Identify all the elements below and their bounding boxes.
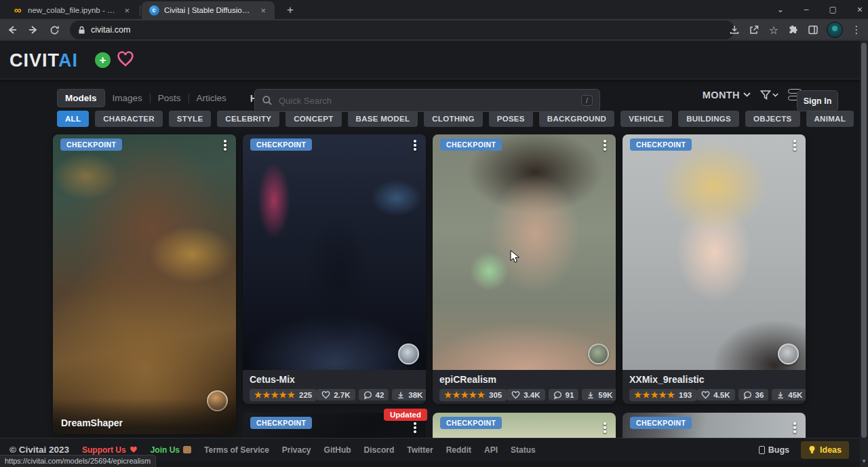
scrollbar-thumb[interactable] xyxy=(861,43,867,438)
comments-pill[interactable]: 42 xyxy=(359,389,389,400)
tab-close-icon[interactable]: × xyxy=(122,5,132,16)
category-background[interactable]: BACKGROUND xyxy=(539,111,614,127)
likes-pill[interactable]: 2.7K xyxy=(317,389,355,400)
bugs-link[interactable]: Bugs xyxy=(759,445,789,455)
card-menu-icon[interactable] xyxy=(601,140,609,151)
browser-menu-icon[interactable]: ⋮ xyxy=(850,24,863,36)
tab-colab[interactable]: ∞ new_colab_file.ipynb - Colaborat × xyxy=(5,1,138,19)
favorites-heart-icon[interactable] xyxy=(117,51,134,70)
card-menu-icon[interactable] xyxy=(221,140,229,151)
creator-avatar[interactable] xyxy=(588,343,609,365)
search-input[interactable] xyxy=(279,96,575,106)
tab-civitai[interactable]: c Civitai | Stable Diffusion models, × xyxy=(142,1,275,19)
card-menu-icon[interactable] xyxy=(411,140,419,151)
comments-pill[interactable]: 91 xyxy=(549,389,579,400)
category-all[interactable]: ALL xyxy=(57,111,89,127)
rating-pill[interactable]: ★★★★★ 305 xyxy=(439,389,507,401)
category-animal[interactable]: ANIMAL xyxy=(806,111,854,127)
model-card-dreamshaper[interactable]: CHECKPOINT DreamShaper xyxy=(53,134,236,434)
category-character[interactable]: CHARACTER xyxy=(95,111,163,127)
quick-search-box[interactable]: / xyxy=(254,89,600,112)
page-scrollbar[interactable]: ▾ xyxy=(860,41,868,467)
support-us-link[interactable]: Support Us xyxy=(82,445,138,455)
heart-icon xyxy=(321,391,330,399)
scrollbar-down-icon[interactable]: ▾ xyxy=(860,457,868,464)
category-base-model[interactable]: BASE MODEL xyxy=(348,111,418,127)
tab-close-icon[interactable]: × xyxy=(258,5,268,16)
model-card-cetus-mix[interactable]: CHECKPOINT Cetus-Mix ★★★★★ 225 2.7K xyxy=(243,134,426,404)
footer-link-status[interactable]: Status xyxy=(511,445,536,455)
filter-button[interactable] xyxy=(760,90,778,100)
updated-badge: Updated xyxy=(384,409,427,421)
reload-icon[interactable] xyxy=(45,21,63,39)
share-icon[interactable] xyxy=(748,24,760,36)
side-panel-icon[interactable] xyxy=(807,24,819,36)
tab-models[interactable]: Models xyxy=(57,89,105,107)
sign-in-button[interactable]: Sign In xyxy=(797,90,838,111)
window-close-button[interactable]: × xyxy=(857,4,863,15)
rating-pill[interactable]: ★★★★★ 225 xyxy=(250,389,317,401)
category-objects[interactable]: OBJECTS xyxy=(745,111,800,127)
period-dropdown[interactable]: MONTH xyxy=(703,90,751,100)
tab-images[interactable]: Images xyxy=(105,90,150,107)
tab-search-icon[interactable]: ⌄ xyxy=(777,5,784,14)
extensions-puzzle-icon[interactable] xyxy=(787,24,800,36)
category-poses[interactable]: POSES xyxy=(489,111,533,127)
downloads-count: 59K xyxy=(598,391,612,399)
card-menu-icon[interactable] xyxy=(791,422,799,433)
browser-profile-avatar[interactable] xyxy=(827,22,843,38)
tab-articles[interactable]: Articles xyxy=(189,90,234,107)
search-shortcut-key: / xyxy=(581,95,593,106)
downloads-count: 45K xyxy=(788,391,802,399)
civitai-logo[interactable]: CIVITAI xyxy=(9,50,78,71)
copyright-text: © Civitai 2023 xyxy=(9,445,69,455)
category-style[interactable]: STYLE xyxy=(169,111,212,127)
card-menu-icon[interactable] xyxy=(411,422,419,433)
civitai-favicon: c xyxy=(149,5,159,16)
footer-link-discord[interactable]: Discord xyxy=(364,445,395,455)
window-maximize-button[interactable]: ▢ xyxy=(829,5,836,14)
footer-link-terms[interactable]: Terms of Service xyxy=(204,445,269,455)
category-buildings[interactable]: BUILDINGS xyxy=(678,111,739,127)
new-tab-button[interactable]: + xyxy=(283,3,298,19)
forward-icon[interactable] xyxy=(24,21,42,39)
footer-link-github[interactable]: GitHub xyxy=(324,445,351,455)
star-rating-icon: ★★★★★ xyxy=(254,391,296,400)
category-celebrity[interactable]: CELEBRITY xyxy=(217,111,279,127)
rating-count: 193 xyxy=(679,391,692,399)
creator-avatar[interactable] xyxy=(778,343,799,365)
downloads-pill[interactable]: 38K xyxy=(392,389,426,400)
comments-count: 91 xyxy=(566,391,574,399)
download-page-icon[interactable] xyxy=(728,24,741,36)
comments-pill[interactable]: 36 xyxy=(738,389,769,400)
card-menu-icon[interactable] xyxy=(601,422,609,433)
model-image: CHECKPOINT xyxy=(623,134,806,370)
rating-pill[interactable]: ★★★★★ 193 xyxy=(629,389,696,401)
tab-separator xyxy=(140,5,140,16)
likes-pill[interactable]: 4.5K xyxy=(696,389,734,400)
model-card-epicrealism[interactable]: CHECKPOINT epiCRealism ★★★★★ 305 3.4K xyxy=(433,134,616,404)
card-menu-icon[interactable] xyxy=(791,140,799,151)
ideas-button[interactable]: Ideas xyxy=(801,441,849,459)
create-plus-icon[interactable]: + xyxy=(95,52,111,68)
address-bar[interactable]: civitai.com xyxy=(70,20,734,39)
tab-posts[interactable]: Posts xyxy=(151,90,189,107)
back-icon[interactable] xyxy=(3,21,21,39)
footer-link-privacy[interactable]: Privacy xyxy=(282,445,311,455)
window-minimize-button[interactable]: – xyxy=(804,5,809,14)
downloads-pill[interactable]: 59K xyxy=(582,389,616,400)
footer-link-twitter[interactable]: Twitter xyxy=(407,445,433,455)
model-card-xxmix-9realistic[interactable]: CHECKPOINT XXMix_9realistic ★★★★★ 193 4.… xyxy=(623,134,806,404)
likes-pill[interactable]: 3.4K xyxy=(507,389,545,400)
model-title: DreamShaper xyxy=(53,398,236,434)
footer-link-api[interactable]: API xyxy=(484,445,498,455)
category-clothing[interactable]: CLOTHING xyxy=(424,111,482,127)
downloads-pill[interactable]: 45K xyxy=(772,389,806,400)
join-us-link[interactable]: Join Us xyxy=(151,445,191,455)
footer-link-reddit[interactable]: Reddit xyxy=(446,445,471,455)
downloads-count: 38K xyxy=(408,391,422,399)
category-vehicle[interactable]: VEHICLE xyxy=(620,111,672,127)
bookmark-star-icon[interactable]: ☆ xyxy=(768,24,780,36)
category-concept[interactable]: CONCEPT xyxy=(285,111,341,127)
creator-avatar[interactable] xyxy=(398,343,419,365)
